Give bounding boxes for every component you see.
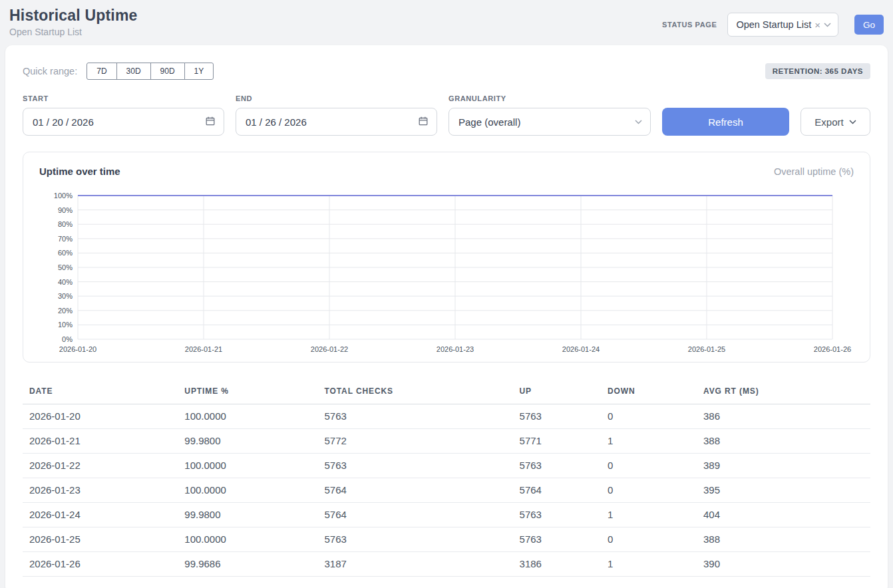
table-cell: 2026-01-21 bbox=[23, 429, 184, 454]
table-cell: 100.0000 bbox=[184, 404, 324, 429]
table-cell: 395 bbox=[703, 478, 870, 503]
quick-range-label: Quick range: bbox=[23, 66, 77, 76]
column-header: UP bbox=[520, 380, 608, 404]
export-button[interactable]: Export bbox=[801, 108, 870, 136]
table-row: 2026-01-25100.0000576357630388 bbox=[23, 527, 870, 552]
header-controls: STATUS PAGE Open Startup List × Go bbox=[662, 7, 884, 37]
chevron-down-icon bbox=[635, 120, 642, 124]
table-cell: 5763 bbox=[520, 454, 608, 478]
granularity-select[interactable]: Page (overall) bbox=[448, 108, 651, 136]
end-date-label: END bbox=[236, 94, 437, 102]
clear-selection-icon[interactable]: × bbox=[814, 20, 820, 30]
svg-text:80%: 80% bbox=[58, 220, 73, 228]
table-row: 2026-01-2499.9800576457631404 bbox=[23, 503, 870, 527]
calendar-icon[interactable] bbox=[418, 116, 429, 128]
table-cell: 99.9800 bbox=[184, 429, 324, 454]
go-button[interactable]: Go bbox=[854, 15, 884, 35]
start-date-field: START 01 / 20 / 2026 bbox=[23, 94, 224, 136]
main-card: Quick range: 7D30D90D1Y RETENTION: 365 D… bbox=[5, 45, 888, 588]
table-cell: 2026-01-20 bbox=[23, 404, 184, 429]
column-header: DOWN bbox=[608, 380, 703, 404]
column-header: UPTIME % bbox=[184, 380, 324, 404]
svg-text:10%: 10% bbox=[58, 321, 73, 329]
svg-text:70%: 70% bbox=[58, 235, 73, 243]
granularity-field: GRANULARITY Page (overall) bbox=[448, 94, 651, 136]
calendar-icon[interactable] bbox=[205, 116, 216, 128]
start-date-value: 01 / 20 / 2026 bbox=[33, 116, 94, 128]
table-cell: 2026-01-23 bbox=[23, 478, 184, 503]
title-block: Historical Uptime Open Startup List bbox=[9, 7, 138, 37]
table-cell: 99.9686 bbox=[184, 552, 324, 577]
table-cell: 5763 bbox=[325, 454, 520, 478]
uptime-table-header: DATEUPTIME %TOTAL CHECKSUPDOWNAVG RT (MS… bbox=[23, 380, 870, 404]
column-header: TOTAL CHECKS bbox=[325, 380, 520, 404]
table-cell: 5763 bbox=[325, 404, 520, 429]
start-date-input[interactable]: 01 / 20 / 2026 bbox=[23, 108, 224, 136]
svg-text:2026-01-25: 2026-01-25 bbox=[688, 345, 725, 353]
table-row: 2026-01-20100.0000576357630386 bbox=[23, 404, 870, 429]
table-cell: 5771 bbox=[520, 429, 608, 454]
svg-text:2026-01-22: 2026-01-22 bbox=[311, 345, 348, 353]
svg-text:20%: 20% bbox=[58, 307, 73, 315]
svg-text:2026-01-26: 2026-01-26 bbox=[814, 345, 851, 353]
table-row: 2026-01-23100.0000576457640395 bbox=[23, 478, 870, 503]
table-cell: 100.0000 bbox=[184, 527, 324, 552]
uptime-table-body: 2026-01-20100.00005763576303862026-01-21… bbox=[23, 404, 870, 577]
table-cell: 1 bbox=[608, 552, 703, 577]
table-cell: 100.0000 bbox=[184, 454, 324, 478]
table-cell: 390 bbox=[703, 552, 870, 577]
granularity-label: GRANULARITY bbox=[448, 94, 651, 102]
quick-range-1y-button[interactable]: 1Y bbox=[184, 63, 214, 80]
table-cell: 2026-01-25 bbox=[23, 527, 184, 552]
svg-text:90%: 90% bbox=[58, 206, 73, 214]
svg-text:2026-01-21: 2026-01-21 bbox=[185, 345, 222, 353]
table-cell: 5763 bbox=[520, 503, 608, 527]
svg-text:2026-01-23: 2026-01-23 bbox=[437, 345, 474, 353]
table-cell: 5763 bbox=[325, 527, 520, 552]
end-date-field: END 01 / 26 / 2026 bbox=[236, 94, 437, 136]
table-cell: 99.9800 bbox=[184, 503, 324, 527]
table-row: 2026-01-2199.9800577257711388 bbox=[23, 429, 870, 454]
table-cell: 0 bbox=[608, 454, 703, 478]
table-cell: 0 bbox=[608, 478, 703, 503]
table-row: 2026-01-22100.0000576357630389 bbox=[23, 454, 870, 478]
status-page-selected-value: Open Startup List bbox=[736, 19, 811, 30]
table-row: 2026-01-2699.9686318731861390 bbox=[23, 552, 870, 577]
table-cell: 5764 bbox=[325, 478, 520, 503]
quick-range-group: 7D30D90D1Y bbox=[87, 63, 214, 80]
chart-legend: Overall uptime (%) bbox=[774, 166, 854, 177]
svg-text:2026-01-20: 2026-01-20 bbox=[59, 345, 96, 353]
page-subtitle: Open Startup List bbox=[9, 27, 138, 37]
table-cell: 388 bbox=[703, 429, 870, 454]
page-header: Historical Uptime Open Startup List STAT… bbox=[5, 5, 888, 45]
refresh-button[interactable]: Refresh bbox=[662, 108, 789, 136]
uptime-table: DATEUPTIME %TOTAL CHECKSUPDOWNAVG RT (MS… bbox=[23, 380, 870, 577]
filter-form-row: START 01 / 20 / 2026 END 01 / 26 / 20 bbox=[23, 94, 870, 136]
chevron-down-icon bbox=[824, 23, 831, 27]
end-date-input[interactable]: 01 / 26 / 2026 bbox=[236, 108, 437, 136]
page-title: Historical Uptime bbox=[9, 7, 138, 25]
end-date-value: 01 / 26 / 2026 bbox=[246, 116, 307, 128]
quick-range-30d-button[interactable]: 30D bbox=[116, 63, 151, 80]
table-cell: 5764 bbox=[520, 478, 608, 503]
status-page-label: STATUS PAGE bbox=[662, 21, 717, 29]
column-header: AVG RT (MS) bbox=[703, 380, 870, 404]
svg-text:50%: 50% bbox=[58, 263, 73, 271]
start-date-label: START bbox=[23, 94, 224, 102]
table-cell: 2026-01-24 bbox=[23, 503, 184, 527]
retention-badge: RETENTION: 365 DAYS bbox=[765, 63, 870, 79]
quick-range-row: Quick range: 7D30D90D1Y RETENTION: 365 D… bbox=[23, 63, 870, 80]
table-cell: 388 bbox=[703, 527, 870, 552]
uptime-line-chart: 0%10%20%30%40%50%60%70%80%90%100%2026-01… bbox=[37, 188, 856, 355]
historical-uptime-page: Historical Uptime Open Startup List STAT… bbox=[0, 0, 893, 588]
table-cell: 1 bbox=[608, 429, 703, 454]
table-cell: 2026-01-26 bbox=[23, 552, 184, 577]
status-page-select[interactable]: Open Startup List × bbox=[727, 13, 838, 37]
svg-text:40%: 40% bbox=[58, 278, 73, 286]
table-cell: 3186 bbox=[520, 552, 608, 577]
table-cell: 1 bbox=[608, 503, 703, 527]
quick-range-90d-button[interactable]: 90D bbox=[150, 63, 185, 80]
quick-range-7d-button[interactable]: 7D bbox=[87, 63, 116, 80]
svg-text:0%: 0% bbox=[62, 335, 73, 343]
chart-title: Uptime over time bbox=[39, 166, 120, 177]
